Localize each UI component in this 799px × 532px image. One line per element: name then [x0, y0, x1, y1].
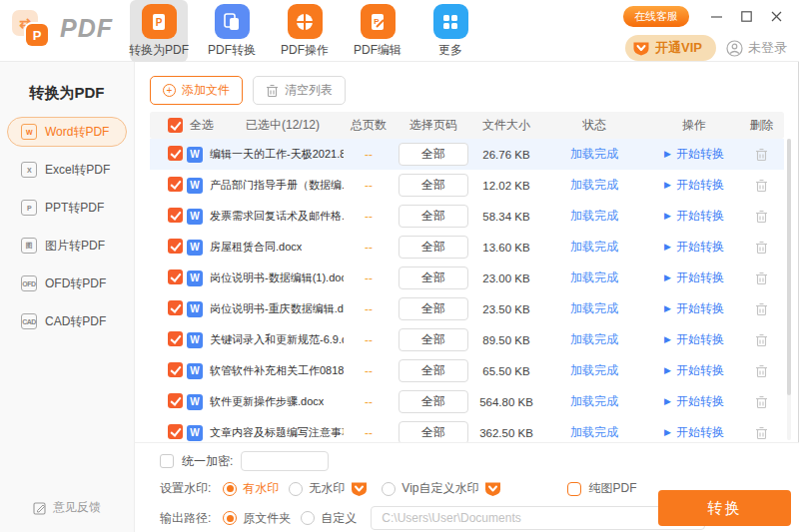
page-select-button[interactable]: 全部 — [399, 328, 468, 351]
delete-icon[interactable] — [755, 148, 768, 162]
pure-image-pdf-option[interactable]: 纯图PDF — [567, 480, 636, 497]
unified-encrypt-checkbox[interactable] — [160, 454, 174, 468]
watermark-with-label: 有水印 — [243, 480, 279, 497]
start-convert-link[interactable]: ▶ 开始转换 — [649, 424, 739, 441]
delete-icon[interactable] — [755, 426, 768, 440]
minimize-button[interactable] — [701, 8, 731, 26]
login-button[interactable]: 未登录 — [726, 39, 787, 57]
table-row[interactable]: W 软管软件补充相关工作0818(... -- 全部 65.50 KB 加载完成… — [150, 355, 784, 386]
online-support-badge[interactable]: 在线客服 — [623, 6, 689, 27]
tab-pdf-edit[interactable]: P PDF编辑 — [349, 0, 406, 62]
maximize-button[interactable] — [731, 8, 761, 26]
encrypt-password-input[interactable] — [241, 451, 329, 471]
page-select-button[interactable]: 全部 — [399, 266, 468, 289]
close-button[interactable] — [761, 8, 791, 26]
output-path-input[interactable] — [371, 506, 705, 530]
sidebar-item[interactable]: W Word转PDF — [7, 117, 127, 147]
table-row[interactable]: W 产品部门指导手册（数据编... -- 全部 12.02 KB 加载完成 ▶ … — [150, 170, 784, 201]
delete-icon[interactable] — [755, 241, 768, 255]
page-select-button[interactable]: 全部 — [399, 297, 468, 320]
start-convert-link[interactable]: ▶ 开始转换 — [649, 269, 739, 286]
start-convert-link[interactable]: ▶ 开始转换 — [649, 146, 739, 163]
row-checkbox[interactable] — [168, 177, 183, 192]
delete-icon[interactable] — [755, 210, 768, 224]
table-row[interactable]: W 编辑一天的工作-天极2021.8.... -- 全部 26.76 KB 加载… — [150, 139, 784, 170]
row-checkbox[interactable] — [168, 239, 183, 254]
start-convert-link[interactable]: ▶ 开始转换 — [649, 331, 739, 348]
add-files-button[interactable]: + 添加文件 — [150, 76, 243, 105]
file-type-icon: 图 — [21, 238, 37, 254]
watermark-without-radio[interactable]: 无水印 — [289, 480, 345, 497]
table-row[interactable]: W 房屋租赁合同.docx -- 全部 13.60 KB 加载完成 ▶ 开始转换 — [150, 232, 784, 263]
start-convert-label: 开始转换 — [676, 300, 724, 317]
watermark-custom-radio[interactable]: Vip自定义水印 — [382, 480, 478, 497]
start-convert-label: 开始转换 — [676, 239, 724, 256]
page-select-button[interactable]: 全部 — [399, 421, 468, 442]
page-select-button[interactable]: 全部 — [399, 174, 468, 197]
delete-icon[interactable] — [755, 364, 768, 378]
row-checkbox[interactable] — [168, 424, 183, 439]
start-convert-link[interactable]: ▶ 开始转换 — [649, 362, 739, 379]
scrollbar-thumb[interactable] — [787, 139, 791, 395]
delete-icon[interactable] — [755, 395, 768, 409]
page-select-button[interactable]: 全部 — [399, 143, 468, 166]
output-custom-label: 自定义 — [321, 510, 357, 527]
start-convert-link[interactable]: ▶ 开始转换 — [649, 177, 739, 194]
table-row[interactable]: W 发票需求回复话术及邮件格... -- 全部 58.34 KB 加载完成 ▶ … — [150, 201, 784, 232]
table-row[interactable]: W 岗位说明书-重庆数据编辑.doc -- 全部 23.50 KB 加载完成 ▶… — [150, 293, 784, 324]
start-convert-link[interactable]: ▶ 开始转换 — [649, 208, 739, 225]
row-checkbox[interactable] — [168, 269, 183, 284]
table-row[interactable]: W 软件更新操作步骤.docx -- 全部 564.80 KB 加载完成 ▶ 开… — [150, 386, 784, 417]
open-vip-button[interactable]: 开通VIP — [625, 35, 716, 61]
table-row[interactable]: W 岗位说明书-数据编辑(1).doc -- 全部 23.00 KB 加载完成 … — [150, 263, 784, 293]
tab-more[interactable]: 更多 — [421, 0, 479, 62]
pure-image-pdf-checkbox[interactable] — [567, 482, 581, 496]
tab-pdf-convert[interactable]: PDF转换 — [203, 0, 261, 62]
watermark-with-radio[interactable]: 有水印 — [223, 480, 279, 497]
file-name: 房屋租赁合同.docx — [210, 240, 302, 255]
page-select-button[interactable]: 全部 — [399, 205, 468, 228]
row-checkbox[interactable] — [168, 300, 183, 315]
row-checkbox[interactable] — [168, 208, 183, 223]
sidebar-item[interactable]: 图 图片转PDF — [7, 231, 127, 261]
row-checkbox[interactable] — [168, 393, 183, 408]
play-icon: ▶ — [664, 335, 671, 344]
scrollbar-track[interactable] — [787, 139, 791, 440]
clear-list-button[interactable]: 清空列表 — [253, 76, 346, 105]
col-size: 文件大小 — [473, 117, 539, 134]
row-checkbox[interactable] — [168, 331, 183, 346]
sidebar-item[interactable]: X Excel转PDF — [7, 155, 127, 185]
page-select-button[interactable]: 全部 — [399, 390, 468, 413]
sidebar-item[interactable]: CAD CAD转PDF — [7, 306, 127, 336]
page-count: -- — [344, 395, 394, 409]
delete-icon[interactable] — [755, 179, 768, 193]
page-select-button[interactable]: 全部 — [399, 236, 468, 259]
row-checkbox[interactable] — [168, 362, 183, 377]
delete-icon[interactable] — [755, 302, 768, 316]
unified-encrypt-label: 统一加密: — [182, 453, 233, 470]
sidebar-item[interactable]: P PPT转PDF — [7, 193, 127, 223]
table-header: 全选 已选中(12/12) 总页数 选择页码 文件大小 状态 操作 删除 — [150, 112, 784, 139]
start-convert-link[interactable]: ▶ 开始转换 — [649, 300, 739, 317]
sidebar-item[interactable]: OFD OFD转PDF — [7, 268, 127, 298]
feedback-link[interactable]: 意见反馈 — [0, 499, 134, 516]
tab-convert-to-pdf[interactable]: P 转换为PDF — [130, 0, 188, 62]
delete-icon[interactable] — [755, 271, 768, 285]
output-original-folder-radio[interactable]: 原文件夹 — [223, 510, 291, 527]
start-convert-link[interactable]: ▶ 开始转换 — [649, 239, 739, 256]
row-checkbox[interactable] — [168, 146, 183, 161]
delete-icon[interactable] — [755, 333, 768, 347]
selected-count-label: 已选中(12/12) — [246, 117, 320, 134]
select-all-checkbox[interactable] — [168, 118, 183, 133]
start-convert-link[interactable]: ▶ 开始转换 — [649, 393, 739, 410]
page-select-button[interactable]: 全部 — [399, 359, 468, 382]
tab-pdf-operations[interactable]: PDF操作 — [276, 0, 334, 62]
table-row[interactable]: W 文章内容及标题编写注意事项 -- 全部 362.50 KB 加载完成 ▶ 开… — [150, 417, 784, 442]
table-row[interactable]: W 关键词录入和更新规范-6.9.d... -- 全部 89.50 KB 加载完… — [150, 324, 784, 355]
file-size: 23.00 KB — [473, 272, 539, 284]
convert-button[interactable]: 转换 — [658, 490, 791, 526]
sidebar-item-label: PPT转PDF — [45, 200, 104, 217]
status-text: 加载完成 — [539, 146, 649, 163]
play-icon: ▶ — [664, 428, 671, 437]
output-custom-radio[interactable]: 自定义 — [301, 510, 357, 527]
